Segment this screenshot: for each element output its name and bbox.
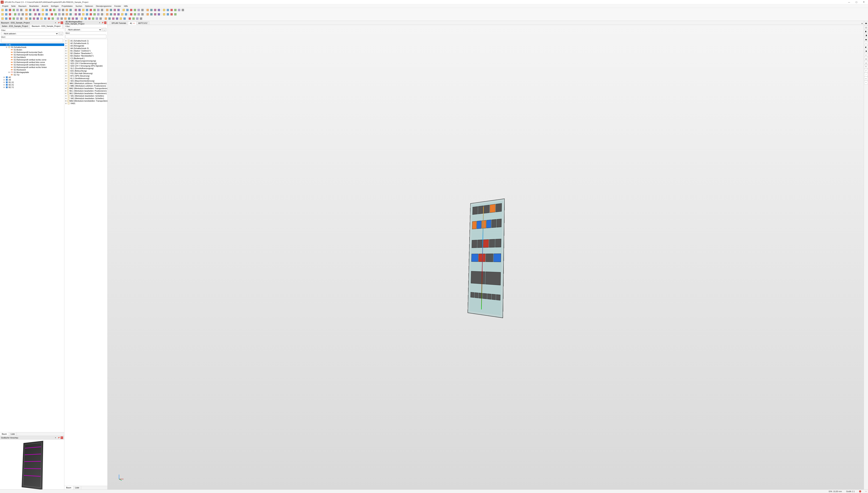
- toolbar-button[interactable]: [181, 8, 185, 12]
- tree-node[interactable]: S1:Tür: [0, 73, 64, 76]
- toolbar-button[interactable]: [141, 8, 144, 12]
- tree-node[interactable]: ⊞C2 (Bedienpult ): [64, 57, 108, 60]
- pane-pin-icon[interactable]: 📌: [58, 21, 60, 24]
- toolbar-button[interactable]: [33, 13, 37, 16]
- toolbar-button[interactable]: [32, 8, 36, 12]
- tree-node[interactable]: ⊞S1:Montageplatte: [0, 71, 64, 73]
- close-button[interactable]: ✕: [860, 0, 867, 4]
- tree-node[interactable]: ⊞GL1 (Druckluftversorgung): [64, 67, 108, 70]
- strip-tool-button[interactable]: △: [864, 61, 868, 65]
- tree-node[interactable]: ⊞A1 (Schaltschrank 1): [64, 40, 108, 42]
- filter-select[interactable]: - Nicht aktiviert -: [1, 32, 59, 36]
- tree-toggle-icon[interactable]: ⊞: [65, 102, 67, 105]
- toolbar-button[interactable]: [75, 17, 78, 20]
- toolbar-button[interactable]: [20, 8, 23, 12]
- toolbar-button[interactable]: [58, 8, 61, 12]
- toolbar-button[interactable]: [113, 13, 117, 16]
- toolbar-button[interactable]: [25, 8, 28, 12]
- tree-toggle-icon[interactable]: ⊞: [3, 81, 5, 84]
- strip-tool-button[interactable]: ◐: [864, 45, 868, 49]
- toolbar-button[interactable]: [85, 8, 89, 12]
- tree-toggle-icon[interactable]: ⊞: [65, 70, 67, 72]
- toolbar-button[interactable]: [130, 8, 133, 12]
- doc-tab[interactable]: A1×: [128, 21, 137, 25]
- tree-node[interactable]: ⊞KL1 (Ventilsteuerung): [64, 77, 108, 80]
- toolbar-button[interactable]: [162, 13, 166, 16]
- toolbar-button[interactable]: [12, 17, 16, 20]
- toolbar-button[interactable]: [96, 8, 100, 12]
- tree-toggle-icon[interactable]: ⊞: [65, 60, 67, 62]
- toolbar-button[interactable]: [99, 17, 102, 20]
- maximize-button[interactable]: ▢: [853, 0, 860, 4]
- toolbar-button[interactable]: [109, 8, 113, 12]
- toolbar-button[interactable]: [82, 8, 85, 12]
- tree-node[interactable]: ⊞A4 (Schaltschrank 3): [64, 47, 108, 49]
- toolbar-button[interactable]: [177, 8, 181, 12]
- tree-node[interactable]: ⊞GB1 (Spannungsversorgung): [64, 60, 108, 62]
- menu-einfügen[interactable]: Einfügen: [49, 5, 60, 7]
- toolbar-button[interactable]: [137, 8, 140, 12]
- tree-node[interactable]: ⊟A1: [0, 43, 64, 46]
- toolbar-button[interactable]: [1, 8, 4, 12]
- tree-toggle-icon[interactable]: ⊞: [65, 52, 67, 55]
- strip-tool-button[interactable]: ○: [864, 41, 868, 45]
- tree-toggle-icon[interactable]: ⊞: [65, 97, 67, 100]
- toolbar-button[interactable]: [45, 8, 48, 12]
- toolbar-button[interactable]: [60, 17, 64, 20]
- menu-hilfe[interactable]: Hilfe: [122, 5, 129, 7]
- toolbar-button[interactable]: [133, 13, 137, 16]
- menu-seite[interactable]: Seite: [10, 5, 17, 7]
- minimize-button[interactable]: —: [845, 0, 853, 4]
- tree-toggle-icon[interactable]: ⊞: [3, 76, 5, 79]
- toolbar-button[interactable]: [157, 8, 161, 12]
- strip-tool-button[interactable]: ⬒: [864, 22, 868, 25]
- toolbar-button[interactable]: [32, 17, 36, 20]
- tree-node[interactable]: S1:Dachblech: [0, 56, 64, 59]
- tree-node[interactable]: ⊞S01 (Maschinenbedienung): [64, 80, 108, 82]
- toolbar-button[interactable]: [8, 17, 12, 20]
- strip-tool-button[interactable]: ◨: [864, 34, 868, 37]
- tree-toggle-icon[interactable]: ⊞: [65, 100, 67, 102]
- tree-node[interactable]: S1:Boden: [0, 48, 64, 51]
- toolbar-button[interactable]: [117, 8, 120, 12]
- toolbar-button[interactable]: [21, 13, 24, 16]
- toolbar-button[interactable]: [80, 17, 84, 20]
- tree-toggle-icon[interactable]: ⊞: [65, 87, 67, 90]
- toolbar-button[interactable]: [93, 8, 96, 12]
- mid-tree[interactable]: ⊞A1 (Schaltschrank 1)⊞A2 (Schaltschrank …: [64, 39, 108, 486]
- toolbar-button[interactable]: [36, 17, 40, 20]
- toolbar-button[interactable]: [4, 8, 8, 12]
- toolbar-button[interactable]: [113, 8, 117, 12]
- preview-menu-icon[interactable]: ▾: [54, 436, 57, 439]
- tree-toggle-icon[interactable]: ⊞: [3, 86, 5, 89]
- toolbar-button[interactable]: [78, 8, 81, 12]
- toolbar-button[interactable]: [100, 13, 104, 16]
- tree-node[interactable]: ⊞MA3 (Werkstück bereitstellen: Transport…: [64, 100, 108, 102]
- toolbar-button[interactable]: [120, 13, 124, 16]
- toolbar-button[interactable]: [157, 13, 161, 16]
- toolbar-button[interactable]: [36, 8, 40, 12]
- toolbar-button[interactable]: [136, 17, 139, 20]
- tree-node[interactable]: ⊞GD2 (24 V Versorgung SPS-Signale): [64, 65, 108, 67]
- tree-node[interactable]: ⊞B1.X1: [0, 81, 64, 84]
- tree-toggle-icon[interactable]: ⊞: [65, 45, 67, 47]
- strip-tool-button[interactable]: ◫: [864, 26, 868, 29]
- tree-toggle-icon[interactable]: ⊞: [65, 49, 67, 52]
- mid-filter-more-button[interactable]: ...: [102, 28, 106, 31]
- tree-toggle-icon[interactable]: ⊞: [65, 90, 67, 92]
- menu-dienstprogramme[interactable]: Dienstprogramme: [94, 5, 113, 7]
- toolbar-button[interactable]: [174, 8, 177, 12]
- tree-node[interactable]: ⊞VA2 (Werkstück bearbeiten: Schleifen): [64, 97, 108, 100]
- toolbar-button[interactable]: [58, 13, 61, 16]
- toolbar-button[interactable]: [162, 8, 166, 12]
- toolbar-button[interactable]: [119, 17, 122, 20]
- toolbar-button[interactable]: [45, 13, 48, 16]
- filter-more-button[interactable]: ...: [59, 32, 63, 36]
- preview-pin-icon[interactable]: 📌: [58, 436, 60, 439]
- doc-tab[interactable]: EPLAN Tutorials: [110, 21, 128, 25]
- tree-node[interactable]: ⊞MB1 (Werkstück zuführen: Positionieren): [64, 85, 108, 87]
- toolbar-button[interactable]: [1, 13, 4, 16]
- tab-bauraum[interactable]: Bauraum - ESS_Sample_Project: [30, 24, 62, 28]
- tree-toggle-icon[interactable]: ⊞: [65, 85, 67, 87]
- wert-input[interactable]: [1, 39, 63, 42]
